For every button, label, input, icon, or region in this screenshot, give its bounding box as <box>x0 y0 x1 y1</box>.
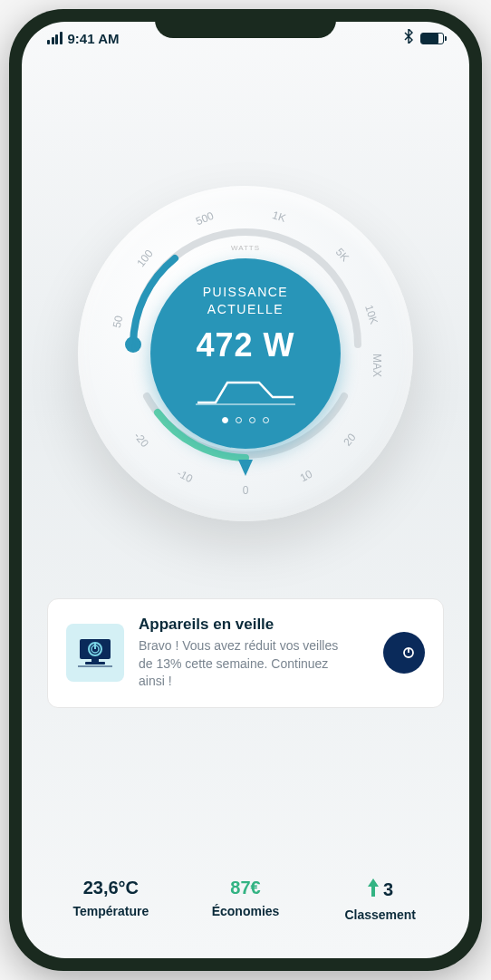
power-dial[interactable]: WATTS 50 100 500 1K 5K 10K MAX -20 -10 0… <box>78 186 413 521</box>
savings-label: Économies <box>178 904 313 918</box>
status-time: 9:41 AM <box>68 31 120 46</box>
ranking-value: 3 <box>313 878 448 902</box>
card-title: Appareils en veille <box>139 616 369 634</box>
dial-pagination-dots[interactable] <box>222 417 269 423</box>
signal-icon <box>47 32 63 44</box>
arrow-up-icon <box>367 878 380 902</box>
stat-ranking[interactable]: 3 Classement <box>313 878 448 922</box>
svg-point-0 <box>125 336 141 353</box>
sparkline-icon <box>196 375 295 408</box>
bottom-stats-bar: 23,6°C Température 87€ Économies 3 Class… <box>22 878 469 922</box>
dial-unit-label: WATTS <box>231 244 260 252</box>
battery-icon <box>420 33 444 44</box>
svg-rect-6 <box>91 659 99 662</box>
dial-title: PUISSANCE ACTUELLE <box>203 284 288 316</box>
phone-frame: 9:41 AM <box>9 9 482 971</box>
dot-2[interactable] <box>236 417 242 423</box>
ranking-label: Classement <box>313 907 448 922</box>
stat-savings[interactable]: 87€ Économies <box>178 878 313 922</box>
dot-3[interactable] <box>249 417 255 423</box>
dot-4[interactable] <box>263 417 269 423</box>
stat-temperature[interactable]: 23,6°C Température <box>43 878 178 922</box>
standby-devices-card[interactable]: Appareils en veille Bravo ! Vous avez ré… <box>47 598 444 708</box>
dial-power-value: 472 W <box>196 326 294 364</box>
power-dial-area: WATTS 50 100 500 1K 5K 10K MAX -20 -10 0… <box>22 54 469 598</box>
card-description: Bravo ! Vous avez réduit vos veilles de … <box>139 637 347 691</box>
app-screen: 9:41 AM <box>22 22 469 958</box>
svg-rect-7 <box>85 662 105 665</box>
temperature-label: Température <box>43 904 178 918</box>
phone-notch <box>155 9 336 38</box>
dot-1[interactable] <box>222 417 228 423</box>
temperature-value: 23,6°C <box>43 878 178 898</box>
bluetooth-icon <box>404 29 413 47</box>
dial-center[interactable]: PUISSANCE ACTUELLE 472 W <box>150 258 341 449</box>
monitor-standby-icon <box>66 624 124 682</box>
savings-value: 87€ <box>178 878 313 898</box>
moon-power-icon <box>383 632 425 674</box>
